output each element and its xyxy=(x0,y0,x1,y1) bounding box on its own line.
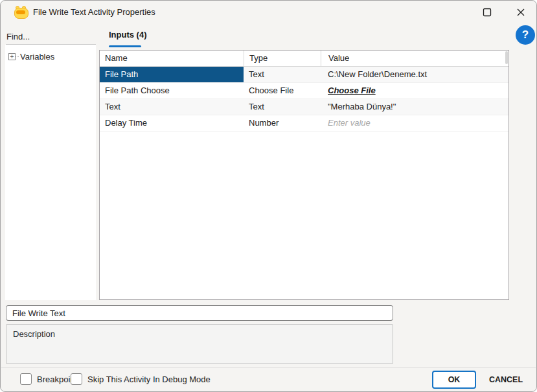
table-header-row: Name Type Value xyxy=(100,51,508,67)
column-header-name[interactable]: Name xyxy=(100,51,244,66)
maximize-button[interactable] xyxy=(474,3,500,22)
column-header-type[interactable]: Type xyxy=(244,51,321,66)
help-icon[interactable]: ? xyxy=(516,25,535,45)
tree-item-variables[interactable]: + Variables xyxy=(8,52,54,62)
tree-connector xyxy=(16,56,19,58)
close-button[interactable] xyxy=(508,3,534,22)
close-icon xyxy=(516,8,525,17)
cell-type: Number xyxy=(244,115,321,131)
activity-name-input[interactable] xyxy=(6,305,393,321)
tab-inputs[interactable]: Inputs (4) xyxy=(109,30,147,40)
cell-value[interactable]: "Merhaba Dünya!" xyxy=(321,99,508,115)
table-row[interactable]: Text Text "Merhaba Dünya!" xyxy=(100,99,508,115)
properties-table: Name Type Value File Path Text C:\New Fo… xyxy=(99,50,509,300)
cell-name[interactable]: Delay Time xyxy=(100,115,244,131)
table-scrollbar[interactable] xyxy=(505,51,508,64)
table-row[interactable]: Delay Time Number Enter value xyxy=(100,115,508,132)
cell-name[interactable]: Text xyxy=(100,99,244,115)
cell-type: Text xyxy=(244,99,321,115)
table-row[interactable]: File Path Text C:\New Folder\Deneme.txt xyxy=(100,67,508,83)
find-input[interactable]: Find... xyxy=(6,32,30,41)
app-robot-icon xyxy=(14,5,28,19)
cell-type: Choose File xyxy=(244,83,321,98)
column-header-value[interactable]: Value xyxy=(321,51,508,66)
table-row[interactable]: File Path Choose Choose File Choose File xyxy=(100,83,508,99)
tree-expander-icon[interactable]: + xyxy=(8,53,16,60)
skip-debug-label: Skip This Activity In Debug Mode xyxy=(87,375,211,384)
properties-dialog: File Write Text Activity Properties ? Fi… xyxy=(0,0,537,392)
maximize-icon xyxy=(483,8,492,17)
tree-item-label: Variables xyxy=(20,52,54,62)
cell-value[interactable]: Enter value xyxy=(321,115,508,131)
breakpoint-checkbox[interactable] xyxy=(20,373,32,385)
description-textarea[interactable]: Description xyxy=(6,324,393,364)
cancel-button[interactable]: CANCEL xyxy=(485,371,527,389)
title-bar: File Write Text Activity Properties xyxy=(1,1,536,24)
skip-debug-checkbox[interactable] xyxy=(71,373,82,385)
cell-value[interactable]: C:\New Folder\Deneme.txt xyxy=(321,67,508,82)
footer-separator xyxy=(1,367,536,368)
cell-name[interactable]: File Path xyxy=(100,67,244,82)
cell-value[interactable]: Choose File xyxy=(321,83,508,98)
cell-type: Text xyxy=(244,67,321,82)
ok-button[interactable]: OK xyxy=(432,371,476,389)
dialog-title: File Write Text Activity Properties xyxy=(33,1,155,24)
variables-tree-panel: + Variables xyxy=(5,45,96,300)
cell-name[interactable]: File Path Choose xyxy=(100,83,244,98)
tab-active-indicator xyxy=(109,45,141,47)
